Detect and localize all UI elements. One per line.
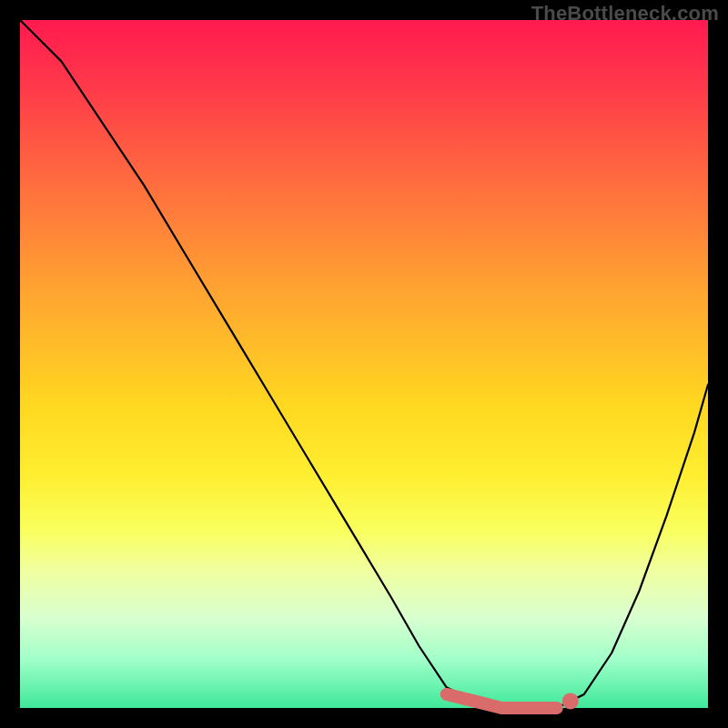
chart-frame: TheBottleneck.com bbox=[0, 0, 728, 728]
recommended-dot bbox=[562, 693, 579, 709]
watermark-text: TheBottleneck.com bbox=[531, 2, 719, 25]
chart-svg bbox=[20, 20, 708, 708]
recommended-range-highlight bbox=[447, 694, 557, 708]
bottleneck-curve bbox=[20, 20, 708, 708]
